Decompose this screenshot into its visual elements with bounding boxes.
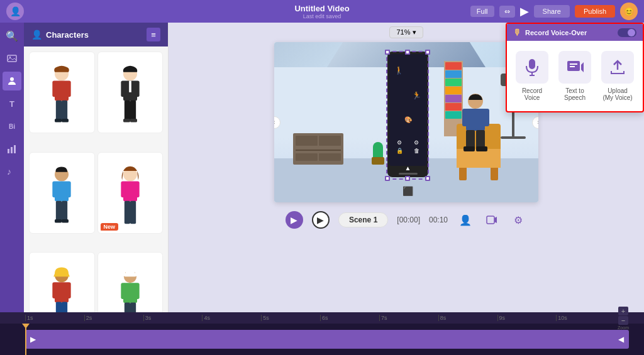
record-voice-label: RecordVoice bbox=[522, 87, 542, 101]
svg-rect-29 bbox=[56, 200, 62, 221]
play-top-button[interactable]: ▶ bbox=[520, 4, 529, 18]
sidebar-item-charts[interactable] bbox=[3, 139, 21, 158]
tick-10s: 10s bbox=[556, 315, 615, 321]
resize-button[interactable]: ⇔ bbox=[499, 6, 515, 18]
panel-add-button[interactable]: ≡ bbox=[147, 28, 160, 41]
voice-over-title: 🎙 Record Voice-Over bbox=[513, 28, 587, 37]
svg-rect-42 bbox=[67, 283, 71, 299]
sidebar-item-brand[interactable]: Bi bbox=[3, 117, 21, 136]
toggle-dot bbox=[628, 29, 635, 36]
panel-title: 👤 Characters bbox=[31, 30, 89, 40]
svg-rect-36 bbox=[135, 181, 139, 197]
zoom-selector[interactable]: 71% ▾ bbox=[389, 26, 423, 38]
svg-rect-18 bbox=[121, 81, 125, 97]
voice-over-toggle[interactable] bbox=[618, 28, 636, 37]
svg-point-2 bbox=[10, 77, 14, 81]
device-home-bar bbox=[399, 173, 418, 175]
avatar-icon[interactable]: 👤 bbox=[457, 211, 474, 229]
playhead bbox=[25, 324, 26, 355]
svg-rect-24 bbox=[130, 119, 137, 123]
left-sidebar: 🔍 T Bi ♪ bbox=[0, 23, 24, 355]
svg-rect-21 bbox=[125, 101, 130, 121]
svg-rect-31 bbox=[55, 219, 62, 223]
device-screen: 🚶 🏃 🎨 ⚙ ⚙ 🔒 🗑 bbox=[389, 54, 426, 166]
timeline-ruler: 1s 2s 3s 4s 5s 6s 7s 8s 9s 10s + − Zoom bbox=[0, 312, 644, 324]
user-avatar-2[interactable]: 😊 bbox=[620, 3, 638, 20]
svg-rect-11 bbox=[67, 81, 71, 97]
character-item[interactable] bbox=[97, 52, 164, 133]
svg-rect-3 bbox=[8, 149, 9, 153]
svg-rect-4 bbox=[11, 147, 13, 153]
sidebar-item-media[interactable] bbox=[3, 49, 21, 68]
timeline-section: 1s 2s 3s 4s 5s 6s 7s 8s 9s 10s + − Zoom … bbox=[0, 312, 644, 355]
top-bar-right: Full ⇔ ▶ Share Publish 😊 bbox=[470, 3, 638, 20]
time-duration: 00:10 bbox=[429, 216, 448, 224]
character-item[interactable]: New bbox=[97, 152, 164, 234]
characters-grid: New New bbox=[24, 46, 168, 355]
zoom-in-button[interactable]: + bbox=[618, 307, 628, 315]
tick-2s: 2s bbox=[84, 315, 143, 321]
playhead-triangle bbox=[22, 324, 30, 329]
text-to-speech-icon bbox=[558, 51, 591, 84]
upload-voice-icon bbox=[601, 51, 634, 84]
text-to-speech-option[interactable]: Text toSpeech bbox=[555, 51, 595, 101]
upload-voice-label: Upload(My Voice) bbox=[602, 87, 632, 101]
top-bar: 👤 Untitled Video Last edit saved Full ⇔ … bbox=[0, 0, 644, 23]
svg-rect-22 bbox=[130, 101, 136, 121]
scene-play-button[interactable]: ▶ bbox=[312, 211, 330, 229]
sidebar-item-characters[interactable] bbox=[3, 72, 21, 90]
user-avatar[interactable]: 👤 bbox=[6, 3, 24, 20]
plant bbox=[372, 142, 384, 165]
canvas-frame: 🚶 🏃 🎨 ⚙ ⚙ 🔒 🗑 ▲ bbox=[274, 42, 538, 202]
tick-5s: 5s bbox=[261, 315, 320, 321]
mic-header-icon: 🎙 bbox=[513, 28, 521, 37]
share-button[interactable]: Share bbox=[534, 5, 570, 18]
timeline-tracks: ▶ ◀ bbox=[0, 324, 644, 355]
scene-label[interactable]: Scene 1 bbox=[338, 212, 388, 227]
svg-rect-10 bbox=[53, 81, 57, 97]
svg-rect-5 bbox=[14, 145, 16, 153]
record-voice-option[interactable]: RecordVoice bbox=[512, 51, 552, 101]
tick-labels: 1s 2s 3s 4s 5s 6s 7s 8s 9s 10s bbox=[25, 315, 615, 321]
video-icon[interactable] bbox=[483, 211, 501, 229]
svg-rect-12 bbox=[56, 101, 62, 121]
tick-7s: 7s bbox=[379, 315, 438, 321]
scene-character-man[interactable] bbox=[458, 92, 493, 177]
publish-button[interactable]: Publish bbox=[575, 5, 615, 18]
upload-voice-option[interactable]: Upload(My Voice) bbox=[597, 51, 638, 101]
svg-rect-41 bbox=[53, 283, 57, 299]
voice-over-panel: 🎙 Record Voice-Over RecordVoice bbox=[506, 23, 644, 112]
record-voice-icon bbox=[516, 51, 548, 84]
svg-rect-19 bbox=[135, 81, 139, 97]
panel-icon: 👤 bbox=[31, 30, 42, 40]
svg-rect-32 bbox=[62, 219, 69, 223]
main-timeline-track[interactable]: ▶ ◀ bbox=[25, 330, 629, 349]
save-status: Last edit saved bbox=[303, 13, 341, 19]
svg-rect-35 bbox=[121, 181, 125, 197]
characters-panel: 👤 Characters ≡ bbox=[24, 23, 169, 355]
svg-rect-66 bbox=[482, 109, 489, 126]
full-button[interactable]: Full bbox=[470, 6, 494, 17]
voice-over-header: 🎙 Record Voice-Over bbox=[507, 24, 643, 41]
svg-rect-49 bbox=[121, 283, 125, 300]
sidebar-item-text[interactable]: T bbox=[3, 94, 21, 113]
tick-6s: 6s bbox=[320, 315, 379, 321]
character-item[interactable] bbox=[29, 52, 95, 133]
svg-rect-65 bbox=[462, 109, 470, 126]
play-button[interactable]: ▶ bbox=[286, 211, 303, 229]
voice-over-buttons: RecordVoice Text toSpeech bbox=[507, 41, 643, 111]
svg-rect-68 bbox=[476, 130, 485, 149]
character-item[interactable] bbox=[29, 152, 95, 234]
svg-rect-15 bbox=[62, 119, 69, 123]
sidebar-item-audio[interactable]: ♪ bbox=[3, 162, 21, 181]
tick-9s: 9s bbox=[497, 315, 557, 321]
svg-rect-67 bbox=[466, 130, 475, 149]
settings-icon[interactable]: ⚙ bbox=[509, 211, 527, 229]
svg-rect-30 bbox=[62, 200, 67, 221]
time-start: [00:00] bbox=[397, 216, 420, 224]
svg-rect-73 bbox=[529, 59, 535, 69]
cabinet bbox=[293, 133, 343, 165]
new-badge: New bbox=[101, 223, 119, 231]
mobile-device[interactable]: 🚶 🏃 🎨 ⚙ ⚙ 🔒 🗑 ▲ bbox=[387, 52, 428, 177]
sidebar-item-search[interactable]: 🔍 bbox=[3, 26, 21, 45]
